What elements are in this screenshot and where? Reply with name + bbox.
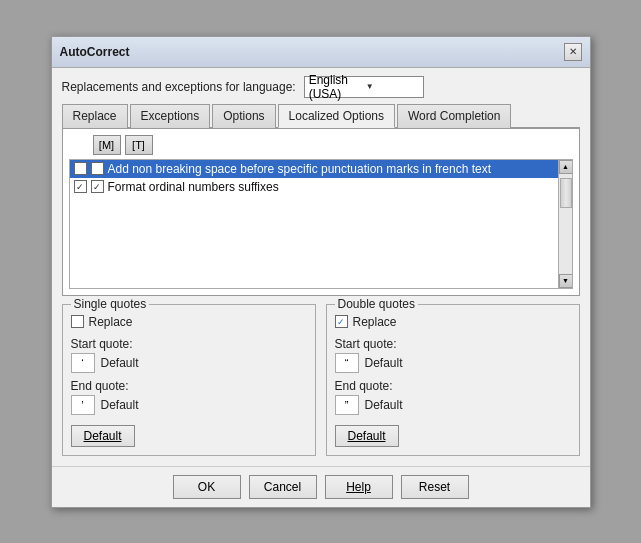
- single-start-quote-field: ‘ Default: [71, 353, 307, 373]
- double-end-default: Default: [365, 398, 403, 412]
- row-text-2: Format ordinal numbers suffixes: [108, 180, 279, 194]
- double-quotes-label: Double quotes: [335, 297, 418, 311]
- tab-exceptions[interactable]: Exceptions: [130, 104, 211, 128]
- double-replace-label: Replace: [353, 315, 397, 329]
- row-t-checkbox-2[interactable]: [91, 180, 104, 193]
- single-start-default: Default: [101, 356, 139, 370]
- close-button[interactable]: ✕: [564, 43, 582, 61]
- dialog-body: Replacements and exceptions for language…: [52, 68, 590, 466]
- table-header: [M] [T]: [69, 135, 573, 155]
- row-text-1: Add non breaking space before specific p…: [108, 162, 492, 176]
- dropdown-arrow-icon: ▼: [366, 82, 419, 91]
- autocorrect-dialog: AutoCorrect ✕ Replacements and exception…: [51, 36, 591, 508]
- single-quotes-group: Single quotes Replace Start quote: ‘ Def…: [62, 304, 316, 456]
- tab-options[interactable]: Options: [212, 104, 275, 128]
- scroll-up-button[interactable]: ▲: [559, 160, 573, 174]
- reset-button[interactable]: Reset: [401, 475, 469, 499]
- single-default-button[interactable]: Default: [71, 425, 135, 447]
- col-header-t[interactable]: [T]: [125, 135, 153, 155]
- single-end-quote-row: End quote:: [71, 379, 307, 393]
- scroll-track: [559, 174, 572, 274]
- single-end-quote-box[interactable]: ’: [71, 395, 95, 415]
- ok-button[interactable]: OK: [173, 475, 241, 499]
- single-end-default: Default: [101, 398, 139, 412]
- single-end-label: End quote:: [71, 379, 141, 393]
- single-replace-label: Replace: [89, 315, 133, 329]
- table-content-area: [M] [T] Add non breaking space before sp…: [62, 128, 580, 296]
- dialog-title: AutoCorrect: [60, 45, 130, 59]
- language-label: Replacements and exceptions for language…: [62, 80, 296, 94]
- language-row: Replacements and exceptions for language…: [62, 76, 580, 98]
- double-replace-checkbox[interactable]: [335, 315, 348, 328]
- row-t-checkbox-1[interactable]: [91, 162, 104, 175]
- double-quotes-group: Double quotes Replace Start quote: “ Def…: [326, 304, 580, 456]
- double-replace-row: Replace: [335, 315, 571, 329]
- tab-word-completion[interactable]: Word Completion: [397, 104, 511, 128]
- double-default-button[interactable]: Default: [335, 425, 399, 447]
- double-start-default: Default: [365, 356, 403, 370]
- row-m-checkbox-1[interactable]: [74, 162, 87, 175]
- double-start-quote-box[interactable]: “: [335, 353, 359, 373]
- double-start-label: Start quote:: [335, 337, 405, 351]
- footer-buttons: OK Cancel Help Reset: [52, 466, 590, 507]
- language-value: English (USA): [309, 73, 362, 101]
- single-start-label: Start quote:: [71, 337, 141, 351]
- help-label: Help: [346, 480, 371, 494]
- tab-replace[interactable]: Replace: [62, 104, 128, 128]
- quotes-section: Single quotes Replace Start quote: ‘ Def…: [62, 304, 580, 456]
- single-replace-row: Replace: [71, 315, 307, 329]
- double-start-quote-field: “ Default: [335, 353, 571, 373]
- double-end-quote-box[interactable]: ”: [335, 395, 359, 415]
- scrollbar[interactable]: ▲ ▼: [558, 160, 572, 288]
- table-row[interactable]: Format ordinal numbers suffixes: [70, 178, 572, 196]
- cancel-label: Cancel: [264, 480, 301, 494]
- single-start-quote-box[interactable]: ‘: [71, 353, 95, 373]
- double-start-quote-row: Start quote:: [335, 337, 571, 351]
- table-body: Add non breaking space before specific p…: [69, 159, 573, 289]
- row-m-checkbox-2[interactable]: [74, 180, 87, 193]
- double-end-label: End quote:: [335, 379, 405, 393]
- scroll-thumb[interactable]: [560, 178, 572, 208]
- help-button[interactable]: Help: [325, 475, 393, 499]
- single-end-quote-field: ’ Default: [71, 395, 307, 415]
- tab-bar: Replace Exceptions Options Localized Opt…: [62, 104, 580, 128]
- double-end-quote-field: ” Default: [335, 395, 571, 415]
- tab-localized-options[interactable]: Localized Options: [278, 104, 395, 128]
- reset-label: Reset: [419, 480, 450, 494]
- single-quotes-label: Single quotes: [71, 297, 150, 311]
- title-bar: AutoCorrect ✕: [52, 37, 590, 68]
- single-replace-checkbox[interactable]: [71, 315, 84, 328]
- scroll-down-button[interactable]: ▼: [559, 274, 573, 288]
- double-end-quote-row: End quote:: [335, 379, 571, 393]
- single-start-quote-row: Start quote:: [71, 337, 307, 351]
- ok-label: OK: [198, 480, 215, 494]
- language-select[interactable]: English (USA) ▼: [304, 76, 424, 98]
- col-header-m[interactable]: [M]: [93, 135, 121, 155]
- table-row[interactable]: Add non breaking space before specific p…: [70, 160, 572, 178]
- cancel-button[interactable]: Cancel: [249, 475, 317, 499]
